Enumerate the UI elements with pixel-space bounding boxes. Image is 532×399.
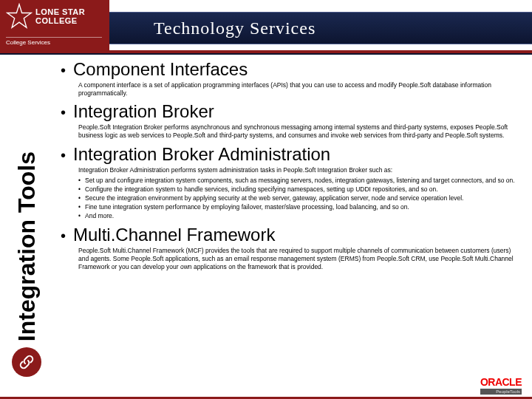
side-title-text: Integration Tools [13, 151, 41, 341]
svg-marker-0 [7, 4, 31, 28]
section-integration-broker: •Integration Broker People.Soft Integrat… [61, 101, 519, 139]
section-heading: Integration Broker Administration [73, 144, 330, 165]
oracle-logo: ORACLE [480, 376, 522, 388]
star-icon [6, 3, 33, 30]
section-component-interfaces: •Component Interfaces A component interf… [61, 59, 519, 97]
section-heading: Multi.Channel Framework [73, 225, 275, 245]
list-item-text: And more. [85, 212, 114, 220]
list-item-text: Secure the integration environment by ap… [85, 194, 464, 202]
college-logo: LONE STARCOLLEGE College Services [0, 0, 109, 50]
bullet-icon: • [61, 63, 66, 78]
list-item: •Set up and configure integration system… [78, 177, 519, 185]
accent-blue [0, 53, 532, 55]
list-item-text: Set up and configure integration system … [85, 177, 515, 185]
section-desc: People.Soft Multi.Channel Framework (MCF… [78, 247, 519, 270]
list-item-text: Configure the integration system to hand… [85, 185, 438, 194]
sub-list: •Set up and configure integration system… [78, 177, 519, 220]
logo-subtext: College Services [6, 37, 102, 46]
section-desc: People.Soft Integration Broker performs … [78, 123, 519, 139]
title-bar: Technology Services [109, 12, 532, 44]
banner-title: Technology Services [154, 18, 316, 38]
side-title: Integration Tools [6, 66, 47, 377]
product-label: PeopleTools [480, 389, 522, 395]
list-item: •Secure the integration environment by a… [78, 194, 519, 202]
bullet-icon: • [61, 148, 66, 163]
bullet-icon: • [78, 212, 81, 220]
section-multichannel-framework: •Multi.Channel Framework People.Soft Mul… [61, 225, 519, 270]
list-item-text: Fine tune integration system performance… [85, 203, 409, 211]
bullet-icon: • [61, 228, 66, 243]
bullet-icon: • [78, 194, 81, 202]
section-desc: Integration Broker Administration perfor… [78, 166, 519, 174]
footer-logo: ORACLE PeopleTools [480, 375, 522, 395]
list-item: •And more. [78, 212, 519, 220]
section-heading: Integration Broker [73, 101, 214, 122]
list-item: •Fine tune integration system performanc… [78, 203, 519, 211]
bullet-icon: • [78, 177, 81, 185]
link-icon [12, 347, 41, 377]
header: LONE STARCOLLEGE College Services Techno… [0, 0, 532, 50]
logo-text: LONE STARCOLLEGE [35, 7, 85, 25]
section-integration-broker-admin: •Integration Broker Administration Integ… [61, 144, 519, 221]
section-desc: A component interface is a set of applic… [78, 81, 519, 97]
list-item: •Configure the integration system to han… [78, 185, 519, 194]
section-heading: Component Interfaces [73, 59, 248, 80]
bullet-icon: • [78, 185, 81, 194]
bullet-icon: • [78, 203, 81, 211]
bullet-icon: • [61, 105, 66, 120]
content: •Component Interfaces A component interf… [61, 59, 519, 380]
